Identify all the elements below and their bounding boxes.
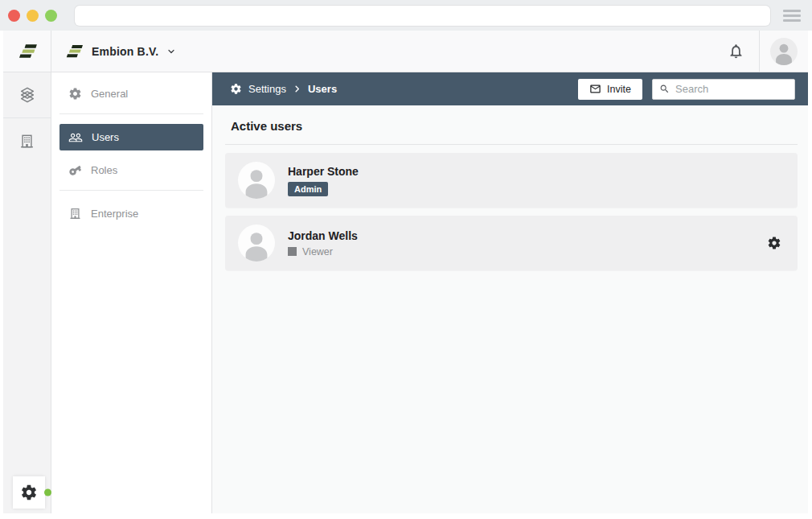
gear-icon — [20, 484, 38, 501]
bell-icon — [728, 43, 744, 60]
user-menu[interactable] — [760, 38, 808, 65]
sidebar-item-label: Users — [92, 131, 119, 143]
breadcrumb-settings[interactable]: Settings — [248, 83, 286, 95]
chevron-right-icon — [293, 84, 301, 93]
building-icon — [68, 207, 82, 220]
user-avatar — [238, 162, 275, 199]
sidebar-item-label: General — [91, 88, 128, 100]
org-switcher[interactable]: Embion B.V. — [64, 43, 176, 60]
users-icon — [68, 130, 83, 145]
sidebar-item-label: Enterprise — [91, 208, 138, 220]
sidebar-item-users[interactable]: Users — [59, 124, 203, 150]
breadcrumb-bar: Settings Users Invite — [212, 72, 808, 105]
rail-item-layers[interactable] — [3, 72, 51, 118]
icon-rail — [3, 72, 51, 513]
settings-button[interactable] — [13, 476, 45, 509]
user-info: Harper Stone Admin — [288, 165, 359, 196]
layers-icon — [18, 86, 36, 104]
embion-logo-icon — [17, 43, 38, 60]
company-name: Embion B.V. — [92, 45, 158, 58]
user-card[interactable]: Harper Stone Admin — [225, 153, 798, 208]
minimize-window-button[interactable] — [27, 10, 39, 22]
browser-chrome — [0, 0, 812, 31]
content-divider — [225, 144, 798, 145]
user-role: Viewer — [288, 246, 358, 257]
user-info: Jordan Wells Viewer — [288, 229, 358, 257]
app: Embion B.V. — [3, 31, 808, 513]
rail-bottom — [13, 476, 45, 509]
role-badge: Admin — [288, 182, 328, 196]
sidebar-divider — [59, 190, 203, 191]
user-card[interactable]: Jordan Wells Viewer — [225, 216, 798, 270]
close-window-button[interactable] — [8, 10, 20, 22]
breadcrumb: Settings Users — [230, 83, 337, 95]
app-logo[interactable] — [3, 31, 51, 72]
browser-window: Embion B.V. — [0, 0, 812, 519]
sidebar-item-enterprise[interactable]: Enterprise — [59, 200, 203, 227]
window-frame: Embion B.V. — [0, 31, 812, 519]
user-name: Jordan Wells — [288, 229, 358, 242]
role-square-icon — [288, 247, 297, 256]
notifications-button[interactable] — [712, 43, 759, 60]
url-bar[interactable] — [75, 6, 770, 26]
invite-button[interactable]: Invite — [578, 79, 642, 100]
role-label: Viewer — [302, 246, 333, 257]
settings-sidebar: General Users Roles — [51, 72, 212, 513]
traffic-lights — [8, 10, 57, 22]
user-name: Harper Stone — [288, 165, 359, 178]
search-icon — [659, 83, 670, 95]
zoom-window-button[interactable] — [45, 10, 57, 22]
breadcrumb-users: Users — [308, 83, 337, 95]
key-icon — [66, 161, 85, 180]
page-title: Active users — [231, 119, 798, 133]
gear-icon — [68, 87, 82, 101]
invite-label: Invite — [607, 84, 631, 95]
building-icon — [18, 133, 35, 150]
sidebar-item-general[interactable]: General — [59, 80, 203, 107]
sidebar-divider — [59, 113, 203, 114]
user-avatar — [238, 224, 275, 262]
browser-menu-icon[interactable] — [783, 10, 801, 22]
content: Active users Harper Stone Admin — [212, 105, 808, 278]
chevron-down-icon — [166, 47, 176, 56]
header-main: Embion B.V. — [51, 31, 808, 72]
embion-logo-icon — [64, 43, 84, 60]
sidebar-item-label: Roles — [91, 164, 117, 176]
status-dot — [44, 489, 51, 496]
avatar — [770, 38, 798, 65]
app-body: General Users Roles — [3, 72, 808, 513]
sidebar-item-roles[interactable]: Roles — [59, 157, 203, 183]
gear-icon — [230, 83, 242, 95]
main-area: Settings Users Invite — [212, 72, 808, 513]
gear-icon — [767, 236, 781, 250]
rail-item-building[interactable] — [3, 118, 51, 164]
search-box — [652, 79, 795, 100]
user-settings-button[interactable] — [767, 236, 781, 250]
app-header: Embion B.V. — [3, 31, 808, 72]
envelope-icon — [589, 83, 601, 95]
search-input[interactable] — [675, 83, 788, 95]
